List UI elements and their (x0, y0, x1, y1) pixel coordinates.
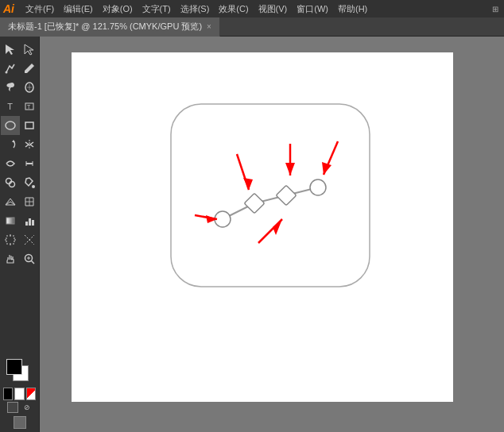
arrow-3 (237, 154, 253, 190)
tool-row-1 (0, 40, 39, 59)
panel-toggle-icon[interactable]: ⊞ (490, 3, 501, 14)
menu-file[interactable]: 文件(F) (21, 3, 59, 15)
menu-type[interactable]: 文字(T) (138, 3, 176, 15)
tab-bar: 未标题-1 [已恢复]* @ 121.75% (CMYK/GPU 预览) × (0, 17, 504, 37)
artboard-tool[interactable] (1, 230, 20, 249)
blob-brush-tool[interactable] (20, 78, 39, 97)
slice-tool[interactable] (20, 230, 39, 249)
menu-select[interactable]: 选择(S) (176, 3, 215, 15)
svg-point-7 (6, 179, 11, 184)
stroke-indicator[interactable] (14, 388, 24, 400)
direct-selection-tool[interactable] (20, 40, 39, 59)
swap-colors-button[interactable] (7, 402, 18, 413)
svg-point-8 (9, 182, 14, 187)
perspective-grid-tool[interactable] (1, 192, 20, 211)
svg-rect-13 (32, 220, 34, 226)
pen-tool[interactable] (1, 59, 20, 78)
menu-object[interactable]: 对象(O) (98, 3, 138, 15)
reflect-tool[interactable] (20, 135, 39, 154)
hand-tool[interactable] (1, 249, 20, 268)
tab-close-button[interactable]: × (207, 22, 211, 31)
svg-marker-6 (12, 140, 15, 142)
default-colors-button[interactable]: ⊘ (21, 402, 33, 413)
canvas-area[interactable] (40, 37, 504, 432)
main-layout: T T (0, 37, 504, 432)
screen-mode-button[interactable] (14, 416, 26, 429)
rectangle-tool[interactable] (20, 116, 39, 135)
arrow-4 (258, 219, 282, 243)
selection-tool[interactable] (1, 40, 20, 59)
svg-text:T: T (27, 104, 31, 110)
svg-marker-29 (243, 178, 253, 190)
fill-none-indicator[interactable] (3, 388, 13, 400)
pencil-tool[interactable] (20, 59, 39, 78)
app-logo: Ai (3, 2, 14, 15)
svg-rect-16 (171, 104, 370, 287)
type-icon: T (7, 102, 13, 111)
svg-rect-12 (29, 218, 31, 226)
shape-builder-tool[interactable] (1, 173, 20, 192)
tool-row-10 (0, 211, 39, 230)
arrow-2 (322, 141, 338, 175)
tool-row-12 (0, 249, 39, 268)
toolbar: T T (0, 37, 40, 432)
gradient-indicator[interactable] (26, 388, 36, 400)
tab-label: 未标题-1 [已恢复]* @ 121.75% (CMYK/GPU 预览) (8, 21, 202, 33)
tool-row-4: T T (0, 97, 39, 116)
svg-marker-31 (273, 219, 282, 235)
menu-bar: 文件(F) 编辑(E) 对象(O) 文字(T) 选择(S) 效果(C) 视图(V… (21, 3, 490, 15)
ellipse-tool[interactable] (1, 116, 20, 135)
svg-rect-20 (244, 193, 264, 213)
svg-marker-27 (322, 162, 331, 175)
stroke-fill-row (3, 388, 36, 400)
gradient-tool[interactable] (1, 211, 20, 230)
brush-tool[interactable] (1, 78, 20, 97)
svg-point-9 (32, 185, 35, 188)
warp-tool[interactable] (1, 154, 20, 173)
menu-view[interactable]: 视图(V) (254, 3, 293, 15)
svg-point-0 (5, 71, 7, 74)
rotate-tool[interactable] (1, 135, 20, 154)
document-tab[interactable]: 未标题-1 [已恢复]* @ 121.75% (CMYK/GPU 预览) × (0, 17, 220, 37)
window-controls: ⊞ (490, 3, 501, 14)
svg-rect-11 (25, 222, 28, 226)
area-type-tool[interactable]: T (20, 97, 39, 116)
svg-rect-22 (276, 185, 296, 205)
menu-effect[interactable]: 效果(C) (214, 3, 253, 15)
artwork-svg (167, 100, 374, 291)
title-bar: Ai 文件(F) 编辑(E) 对象(O) 文字(T) 选择(S) 效果(C) 视… (0, 0, 504, 17)
arrow-5 (195, 215, 217, 223)
type-tool[interactable]: T (1, 97, 20, 116)
arrow-1 (285, 144, 295, 176)
width-tool[interactable] (20, 154, 39, 173)
tool-row-3 (0, 78, 39, 97)
menu-edit[interactable]: 编辑(E) (59, 3, 98, 15)
tool-row-5 (0, 116, 39, 135)
tool-row-8 (0, 173, 39, 192)
artwork-container (167, 100, 374, 291)
tool-row-11 (0, 230, 39, 249)
svg-rect-5 (25, 122, 33, 129)
menu-help[interactable]: 帮助(H) (333, 3, 372, 15)
svg-point-4 (6, 122, 15, 129)
zoom-tool[interactable] (20, 249, 39, 268)
svg-point-23 (310, 179, 326, 195)
tool-row-6 (0, 135, 39, 154)
menu-window[interactable]: 窗口(W) (292, 3, 333, 15)
svg-rect-10 (6, 218, 14, 224)
tool-row-9 (0, 192, 39, 211)
color-section: ⊘ (0, 356, 39, 432)
column-graph-tool[interactable] (20, 211, 39, 230)
tool-row-2 (0, 59, 39, 78)
svg-marker-25 (285, 163, 295, 176)
foreground-color-swatch[interactable] (6, 359, 22, 375)
live-paint-bucket-tool[interactable] (20, 173, 39, 192)
tool-row-7 (0, 154, 39, 173)
svg-rect-14 (6, 236, 14, 244)
mesh-tool[interactable] (20, 192, 39, 211)
document-canvas (72, 52, 453, 402)
